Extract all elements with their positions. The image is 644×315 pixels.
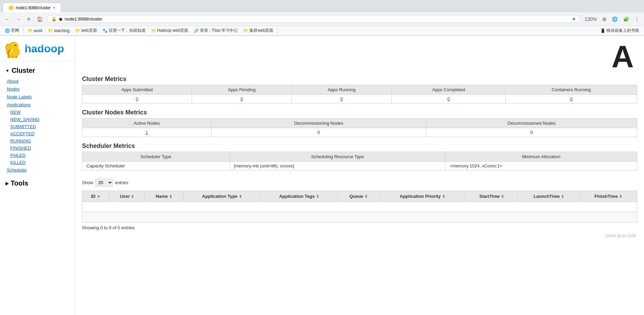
val-decommissioning-nodes: 0 xyxy=(211,128,426,137)
col-minimum-allocation: Minimum Allocation xyxy=(446,152,637,162)
col-scheduler-type: Scheduler Type xyxy=(82,152,230,162)
tools-arrow-icon: ▶ xyxy=(5,181,9,186)
translate-icon[interactable]: 🌐 xyxy=(610,15,620,23)
th-queue[interactable]: Queue ⇕ xyxy=(338,191,379,202)
bookmark-separator xyxy=(23,28,24,33)
sidebar-item-applications[interactable]: Applications xyxy=(0,101,75,109)
th-user[interactable]: User ⇕ xyxy=(109,191,145,202)
sidebar-item-killed[interactable]: KILLED xyxy=(0,159,75,166)
cluster-nodes-title: Cluster Nodes Metrics xyxy=(82,109,637,116)
tab-title: node1:8088/cluster xyxy=(16,5,51,10)
col-decommissioning-nodes: Decommissioning Nodes xyxy=(211,119,426,128)
tab-favicon: 🟡 xyxy=(9,5,14,10)
scheduler-metrics-table: Scheduler Type Scheduling Resource Type … xyxy=(82,152,637,170)
th-name[interactable]: Name ⇕ xyxy=(145,191,183,202)
page-container: hadoop ▼ Cluster About Nodes Node Labels… xyxy=(0,36,644,315)
sidebar-item-new-saving[interactable]: NEW_SAVING xyxy=(0,116,75,123)
sidebar-item-finished[interactable]: FINISHED xyxy=(0,145,75,152)
table-footer: Showing 0 to 0 of 0 entries xyxy=(82,222,637,233)
home-button[interactable]: 🏠 xyxy=(35,15,45,23)
bookmark-hadoop-web[interactable]: 📁 Hadoop web页面 xyxy=(149,27,190,34)
sidebar-item-accepted[interactable]: ACCEPTED xyxy=(0,130,75,137)
sort-icon-user: ⇕ xyxy=(131,194,134,198)
screenshot-icon[interactable]: ⊞ xyxy=(600,15,608,23)
th-application-type[interactable]: Application Type ⇕ xyxy=(183,191,261,202)
sidebar-item-about[interactable]: About xyxy=(0,77,75,85)
sidebar-item-scheduler[interactable]: Scheduler xyxy=(0,166,75,174)
address-bar: 🔒 ◉ ★ xyxy=(47,15,580,23)
bookmark-cluster-web[interactable]: 📁 集群web页面 xyxy=(241,27,275,34)
sort-icon-starttime: ⇕ xyxy=(501,194,504,198)
bookmark-web[interactable]: 📁 web页面 xyxy=(73,27,99,34)
val-minimum-allocation: <memory:1024, vCores:1> xyxy=(446,162,637,170)
cluster-metrics-title: Cluster Metrics xyxy=(82,76,637,83)
browser-toolbar: ← → ✕ 🏠 🔒 ◉ ★ 130% ⊞ 🌐 🧩 ⋮ xyxy=(0,12,644,26)
toolbar-icons: 130% ⊞ 🌐 🧩 ⋮ xyxy=(583,15,641,23)
sort-icon-launchtime: ⇕ xyxy=(561,194,564,198)
bookmark-work[interactable]: 📁 work xyxy=(26,28,44,34)
right-letter: A xyxy=(612,41,634,72)
svg-point-5 xyxy=(15,44,16,46)
extensions-icon[interactable]: 🧩 xyxy=(621,15,631,23)
bookmark-mobile[interactable]: 📱 移动设备上的书签 xyxy=(598,27,641,34)
forward-button[interactable]: → xyxy=(14,15,23,23)
val-apps-completed[interactable]: 0 xyxy=(392,95,506,104)
bookmark-star-icon[interactable]: ★ xyxy=(572,16,576,22)
th-application-priority[interactable]: Application Priority ⇕ xyxy=(379,191,465,202)
cluster-section-title[interactable]: ▼ Cluster xyxy=(0,64,75,77)
empty-row-1 xyxy=(82,202,637,212)
col-apps-completed: Apps Completed xyxy=(392,85,506,95)
col-apps-pending: Apps Pending xyxy=(192,85,291,95)
show-entries-bar: Show 10 20 50 100 entries xyxy=(82,176,637,189)
empty-row-2 xyxy=(82,212,637,222)
bookmark-tlias[interactable]: 🔗 登录 - Tlias 学习中心 xyxy=(192,27,240,34)
col-active-nodes: Active Nodes xyxy=(82,119,211,128)
val-apps-running[interactable]: 0 xyxy=(291,95,392,104)
zoom-level[interactable]: 130% xyxy=(583,15,599,23)
sort-icon-type: ⇕ xyxy=(239,194,242,198)
entries-select[interactable]: 10 20 50 100 xyxy=(95,179,113,187)
bookmark-teaching[interactable]: 📁 teaching xyxy=(46,28,71,34)
browser-chrome: 🟡 node1:8088/cluster ✕ ← → ✕ 🏠 🔒 ◉ ★ 130… xyxy=(0,0,644,36)
sort-icon-priority: ⇕ xyxy=(442,194,445,198)
cluster-metrics-table: Apps Submitted Apps Pending Apps Running… xyxy=(82,85,637,104)
sidebar-item-new[interactable]: NEW xyxy=(0,109,75,116)
svg-rect-9 xyxy=(15,56,17,58)
svg-point-6 xyxy=(15,45,16,45)
main-content: A Cluster Metrics Apps Submitted Apps Pe… xyxy=(75,36,644,315)
th-launchtime[interactable]: LaunchTime ⇕ xyxy=(518,191,580,202)
val-active-nodes[interactable]: 1 xyxy=(82,128,211,137)
val-decommissioned-nodes: 0 xyxy=(426,128,637,137)
val-containers-running[interactable]: 0 xyxy=(506,95,637,104)
th-finishtime[interactable]: FinishTime ⇕ xyxy=(580,191,637,202)
th-starttime[interactable]: StartTime ⇕ xyxy=(465,191,518,202)
sidebar-item-running[interactable]: RUNNING xyxy=(0,137,75,145)
tools-section-title[interactable]: ▶ Tools xyxy=(0,177,75,190)
svg-rect-7 xyxy=(8,56,10,58)
sort-icon-queue: ⇕ xyxy=(365,194,368,198)
csdn-watermark: CSDN @LKL1026 xyxy=(82,233,637,238)
val-apps-submitted[interactable]: 0 xyxy=(82,95,192,104)
val-scheduler-type: Capacity Scheduler xyxy=(82,162,230,170)
show-label: Show xyxy=(82,180,93,185)
th-id[interactable]: ID ▼ xyxy=(82,191,110,202)
protocol-icon: ◉ xyxy=(59,16,63,22)
bookmark-baidu[interactable]: 🐾 百度一下，你就知道 xyxy=(100,27,148,34)
tools-label: Tools xyxy=(11,179,28,187)
tab-close-button[interactable]: ✕ xyxy=(53,6,55,10)
hadoop-elephant-logo xyxy=(3,39,23,58)
sidebar-item-node-labels[interactable]: Node Labels xyxy=(0,93,75,101)
val-scheduling-resource-type: [memory-mb (unit=Mi), vcores] xyxy=(230,162,446,170)
bookmark-guanwang[interactable]: 🌐 官网 xyxy=(3,27,21,34)
active-tab[interactable]: 🟡 node1:8088/cluster ✕ xyxy=(3,3,61,12)
menu-icon[interactable]: ⋮ xyxy=(632,15,641,23)
sidebar-item-nodes[interactable]: Nodes xyxy=(0,85,75,93)
sidebar-item-submitted[interactable]: SUBMITTED xyxy=(0,123,75,130)
url-input[interactable] xyxy=(65,16,570,22)
sort-icon-id: ▼ xyxy=(97,194,100,198)
th-application-tags[interactable]: Application Tags ⇕ xyxy=(260,191,338,202)
back-button[interactable]: ← xyxy=(3,15,12,23)
val-apps-pending[interactable]: 0 xyxy=(192,95,291,104)
reload-button[interactable]: ✕ xyxy=(25,15,33,23)
sidebar-item-failed[interactable]: FAILED xyxy=(0,152,75,159)
